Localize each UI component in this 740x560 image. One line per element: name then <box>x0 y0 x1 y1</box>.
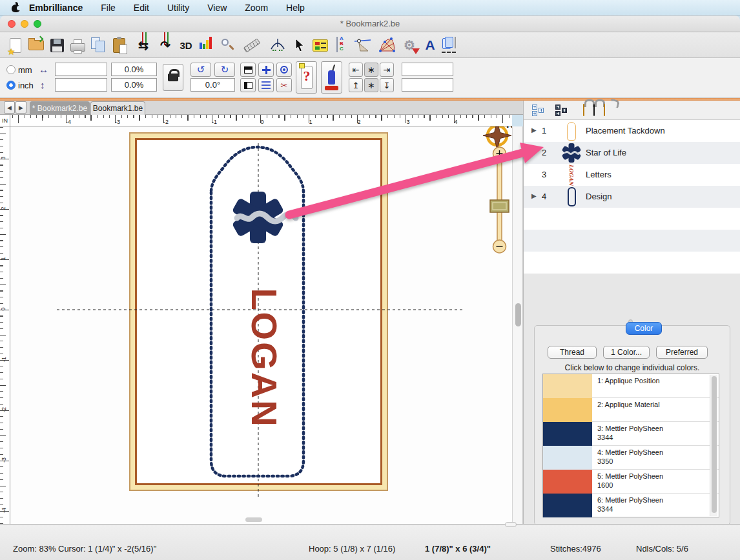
unit-inch-radio[interactable] <box>6 81 15 90</box>
menu-file[interactable]: File <box>92 3 125 13</box>
color-list-scrollbar-thumb[interactable] <box>712 376 717 513</box>
color-row[interactable]: 6: Mettler PolySheen3344 <box>543 494 719 517</box>
zoom-slider[interactable] <box>487 146 512 257</box>
object-row-design[interactable]: ▶ 4 Design <box>524 186 740 208</box>
color-list-scrollbar[interactable] <box>710 375 717 516</box>
status-hoop: Hoop: 5 (1/8) x 7 (1/16) <box>309 544 395 554</box>
status-needles: Ndls/Cols: 5/6 <box>636 544 688 554</box>
menu-view[interactable]: View <box>198 3 236 13</box>
unit-mm-radio[interactable] <box>6 65 15 74</box>
flip-horizontal-icon[interactable]: ⇆ <box>133 34 154 56</box>
color-swatch[interactable] <box>543 422 592 446</box>
color-swatch[interactable] <box>543 374 592 398</box>
color-row[interactable]: 2: Applique Material <box>543 398 719 422</box>
apple-menu-icon[interactable] <box>12 3 20 12</box>
expand-all-icon[interactable] <box>531 103 546 117</box>
expander-icon[interactable]: ▶ <box>531 126 537 134</box>
align-right-button[interactable]: ⇥ <box>380 63 394 77</box>
export-page-icon[interactable] <box>439 34 460 56</box>
tab-next-icon[interactable]: ▶ <box>15 101 26 114</box>
open-file-icon[interactable] <box>26 34 46 56</box>
tab-bookmark1[interactable]: Bookmark1.be <box>90 101 145 115</box>
width-percent-input[interactable] <box>111 63 157 76</box>
align-center-h-button[interactable]: ∗ <box>364 63 378 77</box>
color-swatch[interactable] <box>543 470 592 494</box>
menu-utility[interactable]: Utility <box>158 3 198 13</box>
stitch-navigator-icon[interactable] <box>267 34 288 56</box>
letters-logan[interactable]: LOGAN <box>244 288 285 428</box>
center-target-button[interactable] <box>276 63 292 77</box>
design-canvas[interactable]: LOGAN N <box>10 126 512 524</box>
align-middle-v-button[interactable]: ∗ <box>364 78 378 92</box>
one-color-button[interactable]: 1 Color... <box>603 346 650 359</box>
stitch-processor-gear-icon[interactable]: ⚙ <box>399 34 420 56</box>
paste-icon[interactable] <box>108 34 129 56</box>
canvas-bottom-grip[interactable] <box>245 517 262 522</box>
extra-field-1[interactable] <box>402 63 453 76</box>
object-row-placement[interactable]: ▶ 1 Placement Tackdown <box>524 120 740 142</box>
extra-field-2[interactable] <box>402 78 453 92</box>
align-bottom-button[interactable]: ↧ <box>380 78 394 92</box>
status-splitter-grip[interactable] <box>505 522 517 527</box>
expander-icon[interactable]: ▶ <box>531 148 537 155</box>
lettering-abc-icon[interactable]: ABC <box>331 34 351 56</box>
align-left-button[interactable]: ⇤ <box>349 63 363 77</box>
object-row-star-of-life[interactable]: ▶ 2 Star of Life <box>524 142 740 164</box>
3d-view-icon[interactable]: 3D <box>176 34 196 56</box>
menu-zoom[interactable]: Zoom <box>236 3 277 13</box>
menu-help[interactable]: Help <box>277 3 314 13</box>
color-tab-button[interactable]: Color <box>626 322 662 335</box>
density-spray-button[interactable]: ? <box>296 61 317 94</box>
magnifier-icon[interactable] <box>217 34 238 56</box>
stitch-list-button[interactable] <box>258 78 274 92</box>
properties-notes-icon[interactable] <box>310 34 331 56</box>
width-input[interactable] <box>55 63 107 76</box>
tab-bookmark2[interactable]: * Bookmark2.be <box>30 101 90 115</box>
angle-input[interactable] <box>190 78 235 92</box>
cleanup-vacuum-button[interactable] <box>321 61 342 94</box>
color-bars-icon[interactable] <box>196 34 217 56</box>
app-menu[interactable]: Embrilliance <box>20 3 92 13</box>
color-row[interactable]: 3: Mettler PolySheen3344 <box>543 422 719 446</box>
new-file-icon[interactable]: ★ <box>5 34 26 56</box>
height-percent-input[interactable] <box>111 78 157 92</box>
color-row[interactable]: 5: Mettler PolySheen1600 <box>543 470 719 494</box>
move-center-button[interactable] <box>258 63 274 77</box>
measure-ruler-icon[interactable] <box>242 34 262 56</box>
color-swatch[interactable] <box>543 494 592 517</box>
lock-icon[interactable] <box>583 104 584 116</box>
scissors-button[interactable]: ✂ <box>276 78 292 92</box>
lock-x-icon[interactable] <box>593 104 595 116</box>
rotate-cw-button[interactable]: ↻ <box>214 63 235 77</box>
color-row[interactable]: 1: Applique Position <box>543 374 719 398</box>
fill-split-button[interactable] <box>240 78 256 92</box>
main-toolbar: ★ ⇆ ↷ 3D ABC ⚙ A <box>0 32 740 58</box>
scrollbar-thumb[interactable] <box>515 303 521 326</box>
color-swatch[interactable] <box>543 446 592 470</box>
menu-edit[interactable]: Edit <box>125 3 158 13</box>
height-input[interactable] <box>55 78 107 92</box>
object-row-letters[interactable]: 3 LOGAN Letters <box>524 164 740 186</box>
unlock-icon[interactable] <box>604 104 605 116</box>
canvas-vertical-scrollbar[interactable] <box>512 126 523 524</box>
tab-prev-icon[interactable]: ◀ <box>4 101 15 114</box>
select-cursor-icon[interactable] <box>289 34 310 56</box>
align-top-button[interactable]: ↥ <box>349 78 363 92</box>
rotate-tool-icon[interactable]: ↷ <box>155 34 176 56</box>
bezier-node-icon[interactable] <box>353 34 373 56</box>
expander-icon[interactable]: ▶ <box>531 192 537 199</box>
copy-icon[interactable] <box>88 34 108 56</box>
letters-a-icon[interactable]: A <box>420 34 440 56</box>
star-of-life[interactable] <box>232 192 296 243</box>
proportional-lock-button[interactable] <box>163 64 183 91</box>
print-icon[interactable] <box>67 34 88 56</box>
color-row[interactable]: 4: Mettler PolySheen3350 <box>543 446 719 470</box>
thread-button[interactable]: Thread <box>548 346 597 359</box>
color-swatch[interactable] <box>543 398 592 422</box>
mesh-fan-icon[interactable] <box>377 34 398 56</box>
save-icon[interactable] <box>46 34 67 56</box>
preferred-button[interactable]: Preferred <box>656 346 708 359</box>
collapse-all-icon[interactable] <box>555 103 569 117</box>
fill-half-button[interactable] <box>240 63 256 77</box>
rotate-ccw-button[interactable]: ↺ <box>190 63 211 77</box>
